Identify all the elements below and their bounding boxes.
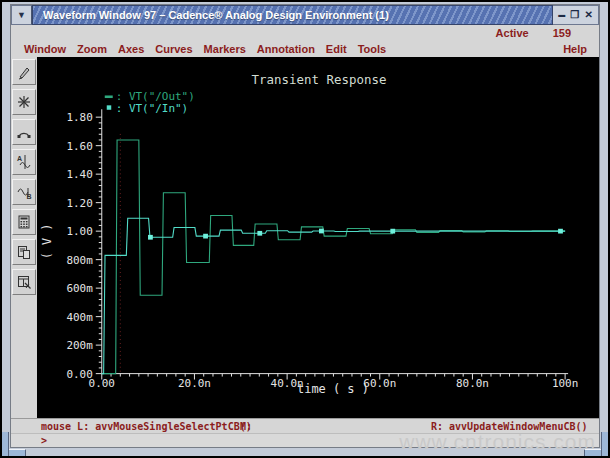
mouse-bindings-bar: mouse L: avvMouseSingleSelectPtCB() M: R… bbox=[11, 418, 599, 433]
menu-curves[interactable]: Curves bbox=[155, 43, 192, 55]
legend-label[interactable]: : VT("/In") bbox=[116, 102, 188, 115]
minimize-icon[interactable]: ▬ bbox=[558, 10, 565, 20]
menu-zoom[interactable]: Zoom bbox=[77, 43, 107, 55]
x-tick-label: 80.0n bbox=[456, 377, 489, 390]
asterisk-icon bbox=[16, 94, 32, 110]
legend-dash-icon bbox=[105, 95, 113, 98]
trace-point-marker[interactable] bbox=[319, 229, 324, 234]
command-prompt[interactable]: > bbox=[11, 433, 599, 447]
window-menu-button[interactable]: ▼ bbox=[11, 5, 32, 25]
trace-point-marker[interactable] bbox=[257, 231, 262, 236]
status-active-row: Active 159 bbox=[11, 25, 599, 40]
window-content: ▼ Waveform Window 97 – Cadence® Analog D… bbox=[10, 4, 600, 448]
y-tick-label: 600m bbox=[66, 282, 93, 295]
mouse-left-binding: mouse L: avvMouseSingleSelectPtCB() bbox=[41, 421, 252, 432]
window-frame: ▼ Waveform Window 97 – Cadence® Analog D… bbox=[2, 2, 608, 456]
resize-corner-bottom-left-v[interactable] bbox=[2, 432, 9, 456]
x-axis-label: time ( s ) bbox=[297, 382, 369, 396]
y-tick-label: 1.00 bbox=[66, 225, 92, 238]
calculator-icon bbox=[16, 214, 32, 230]
y-tick-label: 200m bbox=[66, 339, 93, 352]
menu-help[interactable]: Help bbox=[563, 43, 587, 55]
arc-marker-icon bbox=[16, 124, 32, 140]
legend-square-icon bbox=[107, 105, 111, 109]
y-tick-label: 1.60 bbox=[66, 140, 92, 153]
toolbar-button-waveform-marker-b[interactable]: B bbox=[12, 179, 36, 205]
close-icon[interactable]: ✕ bbox=[584, 10, 592, 20]
y-tick-label: 400m bbox=[66, 311, 93, 324]
menu-annotation[interactable]: Annotation bbox=[257, 43, 315, 55]
waveform-marker-b-icon: B bbox=[16, 184, 32, 200]
y-tick-label: 800m bbox=[66, 254, 93, 267]
y-tick-label: 0.00 bbox=[66, 368, 92, 381]
y-axis-label: ( V ) bbox=[40, 224, 54, 260]
vertical-marker-a-icon: A bbox=[16, 154, 32, 170]
menu-window[interactable]: Window bbox=[24, 43, 66, 55]
trace-point-marker[interactable] bbox=[203, 234, 208, 239]
waveform-canvas[interactable]: 0.0020.0n40.0n60.0n80.0n100n0.00200m400m… bbox=[37, 57, 599, 418]
toolbar: A B bbox=[11, 57, 37, 418]
trace-vtout[interactable] bbox=[102, 140, 565, 374]
chevron-down-icon: ▼ bbox=[17, 10, 26, 20]
titlebar: ▼ Waveform Window 97 – Cadence® Analog D… bbox=[11, 5, 599, 25]
toolbar-button-arc-marker[interactable] bbox=[12, 119, 36, 145]
pen-icon bbox=[16, 64, 32, 80]
svg-text:A: A bbox=[17, 155, 22, 162]
svg-text:B: B bbox=[27, 193, 32, 200]
menu-tools[interactable]: Tools bbox=[358, 43, 387, 55]
x-tick-label: 100n bbox=[552, 377, 578, 390]
toolbar-button-copy-window[interactable] bbox=[12, 239, 36, 265]
toolbar-button-vertical-marker-a[interactable]: A bbox=[12, 149, 36, 175]
menu-markers[interactable]: Markers bbox=[204, 43, 246, 55]
trace-vtin[interactable] bbox=[102, 218, 565, 373]
mouse-right-binding: R: avvUpdateWindowMenuCB() bbox=[431, 421, 588, 432]
resize-corner-bottom-right-v[interactable] bbox=[601, 432, 608, 456]
menubar: Window Zoom Axes Curves Markers Annotati… bbox=[11, 40, 599, 57]
active-label: Active bbox=[496, 27, 529, 39]
menu-axes[interactable]: Axes bbox=[118, 43, 144, 55]
x-tick-label: 20.0n bbox=[178, 377, 211, 390]
trace-point-marker[interactable] bbox=[390, 229, 395, 234]
y-tick-label: 1.80 bbox=[66, 111, 92, 124]
copy-window-icon bbox=[16, 244, 32, 260]
subwindow-snip-icon bbox=[16, 274, 32, 290]
toolbar-button-calculator[interactable] bbox=[12, 209, 36, 235]
y-tick-label: 1.20 bbox=[66, 197, 92, 210]
toolbar-button-subwindow-snip[interactable] bbox=[12, 269, 36, 295]
mouse-middle-binding: M: bbox=[240, 421, 252, 432]
toolbar-button-asterisk[interactable] bbox=[12, 89, 36, 115]
active-count: 159 bbox=[553, 27, 571, 39]
maximize-icon[interactable]: ❐ bbox=[570, 10, 579, 20]
toolbar-button-pen[interactable] bbox=[12, 59, 36, 85]
waveform-plot[interactable]: 0.0020.0n40.0n60.0n80.0n100n0.00200m400m… bbox=[37, 57, 599, 418]
trace-point-marker[interactable] bbox=[148, 235, 153, 240]
y-tick-label: 1.40 bbox=[66, 168, 92, 181]
window-title[interactable]: Waveform Window 97 – Cadence® Analog Des… bbox=[32, 5, 553, 25]
plot-title: Transient Response bbox=[252, 72, 387, 87]
menu-edit[interactable]: Edit bbox=[326, 43, 347, 55]
window-controls: ▬ ❐ ✕ bbox=[553, 5, 599, 25]
trace-point-marker[interactable] bbox=[558, 229, 563, 234]
